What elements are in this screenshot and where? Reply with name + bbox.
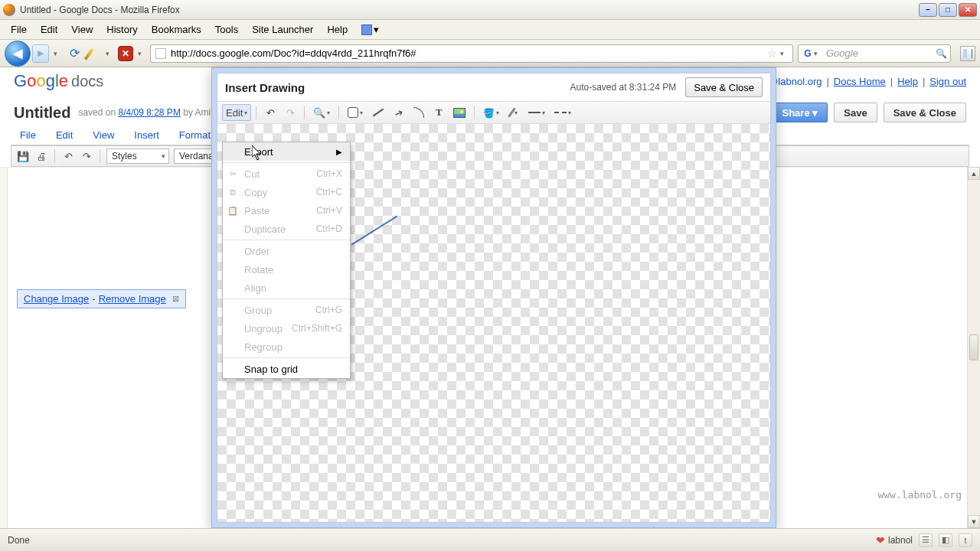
back-button[interactable]: ◀ <box>5 41 31 67</box>
url-text: http://docs.google.com/Doc?id=ddqv4rdd_2… <box>171 47 764 59</box>
drawing-edit-dropdown: Export▶ ✂CutCtrl+X ⧉CopyCtrl+C 📋PasteCtr… <box>222 142 351 379</box>
styles-select[interactable]: Styles <box>106 148 169 164</box>
menu-order: Order <box>223 242 350 260</box>
sign-out-link[interactable]: Sign out <box>929 76 966 87</box>
ff-menu-file[interactable]: File <box>5 21 33 37</box>
window-close-button[interactable]: ✕ <box>959 3 977 17</box>
docs-home-link[interactable]: Docs Home <box>834 76 886 87</box>
forward-button[interactable]: ▶ <box>32 44 49 63</box>
window-titlebar: Untitled - Google Docs - Mozilla Firefox… <box>0 0 980 20</box>
ff-menu-help[interactable]: Help <box>321 21 354 37</box>
ff-menu-edit[interactable]: Edit <box>34 21 64 37</box>
drawing-image-icon[interactable] <box>449 104 469 121</box>
menu-cut: ✂CutCtrl+X <box>223 165 350 183</box>
status-addon-icon-1[interactable]: ☰ <box>919 533 933 547</box>
firefox-icon <box>3 4 15 16</box>
stop-dropdown-icon[interactable]: ▾ <box>138 50 145 57</box>
sidebar-toggle-button[interactable] <box>960 46 975 61</box>
drawn-line-shape[interactable] <box>351 216 397 246</box>
window-maximize-button[interactable]: □ <box>939 3 957 17</box>
toolbar-undo-icon[interactable]: ↶ <box>61 149 75 163</box>
help-link[interactable]: Help <box>897 76 918 87</box>
menu-align: Align <box>223 279 350 297</box>
drawing-redo-icon[interactable]: ↷ <box>281 104 299 121</box>
menu-export[interactable]: Export▶ <box>223 142 350 161</box>
menu-ungroup: UngroupCtrl+Shift+G <box>223 319 350 337</box>
menu-copy: ⧉CopyCtrl+C <box>223 183 350 201</box>
docs-menu-file[interactable]: File <box>11 126 45 144</box>
doc-save-info: saved on 8/4/09 8:28 PM by Amit A <box>78 107 221 118</box>
tab-dropdown-icon[interactable]: ▾ <box>374 24 380 35</box>
google-logo-icon: G <box>802 47 814 60</box>
window-title: Untitled - Google Docs - Mozilla Firefox <box>20 5 919 15</box>
drawing-undo-icon[interactable]: ↶ <box>261 104 279 121</box>
toolbar-save-icon[interactable]: 💾 <box>16 149 30 163</box>
page-content: Googledocs @labnol.org | Docs Home | Hel… <box>0 67 980 528</box>
drawing-fill-icon[interactable]: ▾ <box>479 104 503 121</box>
search-box[interactable]: G ▾ Google 🔍 <box>798 44 951 63</box>
change-image-link[interactable]: Change Image <box>24 293 89 305</box>
drawing-linecolor-icon[interactable]: ▾ <box>505 104 523 121</box>
menu-paste: 📋PasteCtrl+V <box>223 201 350 220</box>
image-options-toolbar: Change Image - Remove Image ⊠ <box>17 289 186 308</box>
dialog-title: Insert Drawing <box>225 81 305 94</box>
docs-menu-edit[interactable]: Edit <box>47 126 82 144</box>
url-dropdown-icon[interactable]: ▾ <box>780 50 788 57</box>
reload-button[interactable]: ⟳ <box>66 45 83 62</box>
drawing-textbox-icon[interactable]: T <box>430 104 448 121</box>
ff-menu-tools[interactable]: Tools <box>209 21 244 37</box>
bookmark-labnol[interactable]: labnol <box>888 535 913 546</box>
highlighter-dropdown-icon[interactable]: ▾ <box>106 50 113 57</box>
status-text: Done <box>8 535 30 546</box>
firefox-menubar: File Edit View History Bookmarks Tools S… <box>0 20 980 40</box>
nav-history-dropdown-icon[interactable]: ▾ <box>54 50 61 57</box>
drawing-arrow-icon[interactable] <box>390 104 408 121</box>
search-go-icon[interactable]: 🔍 <box>936 48 947 59</box>
google-docs-logo[interactable]: Googledocs <box>14 71 103 91</box>
status-addon-icon-2[interactable]: ◧ <box>939 533 952 547</box>
menu-rotate: Rotate <box>223 260 350 279</box>
search-engine-dropdown-icon[interactable]: ▾ <box>814 50 822 57</box>
save-and-close-button[interactable]: Save & Close <box>884 103 966 122</box>
toolbar-print-icon[interactable]: 🖨 <box>34 149 48 163</box>
drawing-curve-icon[interactable] <box>410 104 428 121</box>
ff-menu-sitelauncher[interactable]: Site Launcher <box>246 21 319 37</box>
dialog-save-close-button[interactable]: Save & Close <box>685 77 763 97</box>
menu-regroup: Regroup <box>223 337 350 356</box>
docs-menu-insert[interactable]: Insert <box>125 126 168 144</box>
save-button[interactable]: Save <box>834 103 877 122</box>
vertical-scrollbar[interactable]: ▲ ▼ <box>967 167 980 528</box>
doc-title[interactable]: Untitled <box>14 104 70 122</box>
autosave-label: Auto-saved at 8:31:24 PM <box>570 82 676 93</box>
scroll-thumb[interactable] <box>969 334 978 360</box>
bookmark-star-icon[interactable]: ☆ <box>767 47 777 60</box>
remove-image-link[interactable]: Remove Image <box>99 293 166 305</box>
drawing-shape-icon[interactable]: ▾ <box>344 104 367 121</box>
address-bar[interactable]: http://docs.google.com/Doc?id=ddqv4rdd_2… <box>150 44 793 63</box>
drawing-linedash-icon[interactable]: ▾ <box>550 104 575 121</box>
ff-menu-history[interactable]: History <box>100 21 143 37</box>
drawing-lineweight-icon[interactable]: ▾ <box>524 104 549 121</box>
menu-snap-to-grid[interactable]: Snap to grid <box>223 360 350 378</box>
scroll-up-arrow-icon[interactable]: ▲ <box>968 167 980 180</box>
scroll-down-arrow-icon[interactable]: ▼ <box>968 515 980 528</box>
drawing-edit-menu-button[interactable]: Edit▾ <box>222 104 251 121</box>
bookmark-heart-icon[interactable]: ❤ <box>876 534 885 546</box>
stop-button[interactable]: ✕ <box>118 46 133 61</box>
docs-menu-view[interactable]: View <box>83 126 123 144</box>
menu-duplicate: DuplicateCtrl+D <box>223 220 350 238</box>
share-button[interactable]: Share ▾ <box>772 103 828 122</box>
watermark: www.labnol.org <box>877 489 962 500</box>
highlighter-icon[interactable] <box>87 47 101 60</box>
drawing-toolbar: Edit▾ ↶ ↷ 🔍▾ ▾ T ▾ ▾ ▾ ▾ <box>217 101 770 124</box>
toolbar-redo-icon[interactable]: ↷ <box>80 149 93 163</box>
ff-menu-bookmarks[interactable]: Bookmarks <box>145 21 207 37</box>
image-toolbar-close-icon[interactable]: ⊠ <box>172 294 179 304</box>
window-minimize-button[interactable]: – <box>919 3 937 17</box>
new-tab-icon[interactable] <box>361 24 372 35</box>
search-placeholder: Google <box>822 47 936 59</box>
drawing-line-icon[interactable] <box>368 104 388 121</box>
drawing-zoom-icon[interactable]: 🔍▾ <box>309 104 334 121</box>
status-addon-icon-3[interactable]: t <box>959 533 972 547</box>
ff-menu-view[interactable]: View <box>65 21 99 37</box>
